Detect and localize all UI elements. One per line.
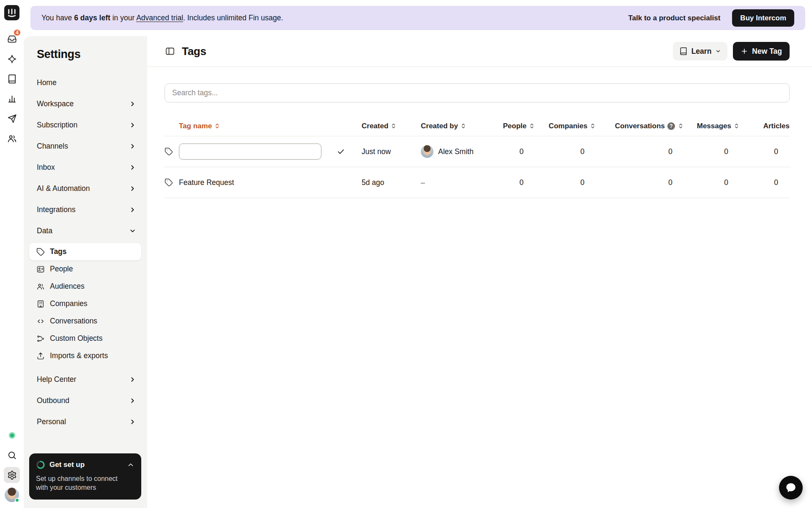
sidebar-item-inbox[interactable]: Inbox xyxy=(29,157,141,178)
intercom-logo[interactable] xyxy=(4,5,19,20)
column-header-conversations[interactable]: Conversations ? xyxy=(596,122,684,130)
get-set-up-header: Get set up xyxy=(36,460,134,469)
tag-name-cell xyxy=(179,144,362,160)
user-avatar[interactable] xyxy=(4,487,20,503)
sidebar-item-imports-exports[interactable]: Imports & exports xyxy=(29,347,141,364)
building-icon xyxy=(36,300,45,308)
tag-name-cell: Feature Request xyxy=(179,178,362,187)
user-avatar-image xyxy=(5,488,19,502)
sidebar-item-integrations[interactable]: Integrations xyxy=(29,199,141,220)
tag-icon xyxy=(36,248,45,256)
sidebar-item-help-center[interactable]: Help Center xyxy=(29,369,141,390)
sidebar-item-tags[interactable]: Tags xyxy=(29,243,141,260)
column-header-created[interactable]: Created xyxy=(362,122,421,130)
sidebar-item-conversations[interactable]: Conversations xyxy=(29,312,141,330)
created-cell: 5d ago xyxy=(362,178,421,187)
tag-icon xyxy=(165,178,173,187)
table-header-row: Tag name Created Created by People xyxy=(165,116,790,136)
search-nav-icon[interactable] xyxy=(4,447,20,463)
tags-page-header: Tags Learn New Tag xyxy=(147,36,812,67)
sidebar-item-home[interactable]: Home xyxy=(29,72,141,93)
collapse-sidebar-icon[interactable] xyxy=(165,46,176,57)
sidebar-item-channels[interactable]: Channels xyxy=(29,135,141,157)
rail-bottom-group xyxy=(4,427,20,503)
sidebar-item-subscription[interactable]: Subscription xyxy=(29,114,141,135)
column-header-tag-name[interactable]: Tag name xyxy=(179,122,362,130)
messages-count-cell: 0 xyxy=(684,147,740,156)
chat-bubble-icon xyxy=(785,482,797,494)
nav-label: People xyxy=(50,265,73,273)
search-tags-input[interactable] xyxy=(165,83,790,102)
people-count-cell: 0 xyxy=(495,178,535,187)
nav-label: Help Center xyxy=(37,375,76,384)
conversations-count-cell: 0 xyxy=(596,178,684,187)
chevron-right-icon xyxy=(129,206,136,213)
progress-circle-icon xyxy=(36,460,45,469)
articles-count-cell: 0 xyxy=(740,178,790,187)
talk-to-specialist-link[interactable]: Talk to a product specialist xyxy=(628,14,720,22)
nav-label: Personal xyxy=(37,417,66,426)
sidebar-item-personal[interactable]: Personal xyxy=(29,411,141,432)
sidebar-item-companies[interactable]: Companies xyxy=(29,295,141,312)
sidebar-item-workspace[interactable]: Workspace xyxy=(29,93,141,114)
sort-icon xyxy=(733,123,740,129)
chevron-up-icon[interactable] xyxy=(127,461,134,469)
outbound-nav-icon[interactable] xyxy=(4,110,20,127)
sidebar-title: Settings xyxy=(37,48,141,61)
nav-label: Outbound xyxy=(37,396,69,405)
chevron-right-icon xyxy=(129,376,136,383)
help-icon[interactable]: ? xyxy=(667,122,675,130)
page-title-group: Tags xyxy=(165,45,206,58)
column-header-people[interactable]: People xyxy=(495,122,535,130)
table-row[interactable]: Feature Request 5d ago – 0 0 0 0 0 xyxy=(165,167,790,198)
new-tag-name-input[interactable] xyxy=(179,144,321,160)
chat-launcher-button[interactable] xyxy=(779,476,803,500)
get-set-up-card[interactable]: Get set up Set up channels to connect wi… xyxy=(29,453,141,500)
companies-count-cell: 0 xyxy=(535,178,596,187)
caret-down-icon xyxy=(715,48,721,54)
buy-intercom-button[interactable]: Buy Intercom xyxy=(732,9,794,27)
trial-banner-text: You have 6 days left in your Advanced tr… xyxy=(41,14,283,22)
get-set-up-title: Get set up xyxy=(49,461,123,469)
new-tag-button[interactable]: New Tag xyxy=(733,42,790,61)
settings-gear-nav-icon[interactable] xyxy=(4,467,20,483)
sidebar-item-people[interactable]: People xyxy=(29,260,141,278)
confirm-check-icon[interactable] xyxy=(337,147,345,156)
column-header-companies[interactable]: Companies xyxy=(535,122,596,130)
contacts-nav-icon[interactable] xyxy=(4,130,20,146)
nav-label: Workspace xyxy=(37,99,74,108)
new-tag-button-label: New Tag xyxy=(752,47,782,56)
get-set-up-subtitle: Set up channels to connect with your cus… xyxy=(36,474,127,492)
inbox-nav-icon[interactable]: 4 xyxy=(4,31,20,47)
sidebar-item-audiences[interactable]: Audiences xyxy=(29,278,141,295)
reports-nav-icon[interactable] xyxy=(4,91,20,107)
tags-content: Tag name Created Created by People xyxy=(147,67,812,198)
column-header-messages[interactable]: Messages xyxy=(684,122,740,130)
chevron-right-icon xyxy=(129,121,136,129)
learn-button[interactable]: Learn xyxy=(673,42,728,61)
avatar xyxy=(421,145,433,158)
chevron-right-icon xyxy=(129,100,136,108)
upload-icon xyxy=(36,352,45,360)
ai-automation-nav-icon[interactable] xyxy=(4,51,20,67)
app-icon-rail: 4 xyxy=(0,0,24,508)
nav-label: Channels xyxy=(37,142,68,151)
column-header-created-by[interactable]: Created by xyxy=(421,122,495,130)
nav-label: Inbox xyxy=(37,163,55,172)
column-header-articles[interactable]: Articles xyxy=(740,122,790,130)
page-actions: Learn New Tag xyxy=(673,42,790,61)
advanced-trial-link[interactable]: Advanced trial xyxy=(136,14,183,22)
sidebar-item-data[interactable]: Data xyxy=(29,220,141,241)
sidebar-item-ai-automation[interactable]: AI & Automation xyxy=(29,178,141,199)
settings-sidebar: Settings Home Workspace Subscription Cha… xyxy=(24,36,147,508)
sidebar-item-custom-objects[interactable]: Custom Objects xyxy=(29,330,141,347)
nav-label: Integrations xyxy=(37,205,75,214)
banner-mid: in your xyxy=(110,14,136,22)
sidebar-item-outbound[interactable]: Outbound xyxy=(29,390,141,411)
code-brackets-icon xyxy=(36,317,45,326)
nav-label: Home xyxy=(37,78,57,87)
calls-status-icon[interactable] xyxy=(4,427,20,443)
data-sub-list: Tags People Audiences Companies Conversa… xyxy=(29,243,141,364)
nav-label: Imports & exports xyxy=(50,351,108,360)
knowledge-nav-icon[interactable] xyxy=(4,71,20,87)
